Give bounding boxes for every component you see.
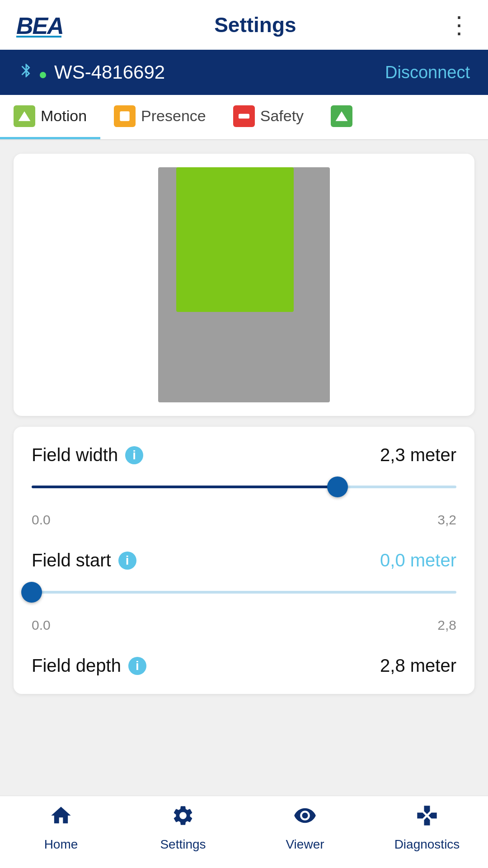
device-info: WS-4816692 (18, 61, 165, 83)
tab-motion[interactable]: Motion (0, 95, 100, 139)
field-width-row: Field width i 2,3 meter 0.0 3,2 (32, 445, 456, 528)
field-visualization (158, 167, 330, 402)
nav-viewer-label: Viewer (286, 837, 324, 852)
field-depth-label: Field depth (32, 656, 121, 676)
viewer-icon (293, 804, 317, 833)
tabs-bar: Motion Presence Safety (0, 95, 488, 140)
field-width-label-row: Field width i 2,3 meter (32, 445, 456, 465)
field-width-slider[interactable] (32, 473, 456, 500)
svg-marker-0 (19, 111, 31, 121)
nav-home[interactable]: Home (0, 804, 122, 852)
disconnect-button[interactable]: Disconnect (385, 63, 470, 82)
field-start-slider-labels: 0.0 2,8 (32, 618, 456, 633)
svg-rect-1 (120, 111, 129, 121)
field-start-slider[interactable] (32, 579, 456, 606)
field-start-row: Field start i 0,0 meter 0.0 2,8 (32, 550, 456, 633)
field-width-fill (32, 486, 338, 488)
device-name: WS-4816692 (54, 61, 165, 83)
diagnostics-icon (415, 804, 439, 833)
page-title: Settings (214, 13, 296, 37)
device-bar: WS-4816692 Disconnect (0, 50, 488, 95)
nav-viewer[interactable]: Viewer (244, 804, 366, 852)
field-width-min: 0.0 (32, 512, 51, 528)
more-menu-icon[interactable]: ⋮ (447, 11, 472, 38)
tab-presence-label: Presence (141, 107, 206, 125)
field-start-info-icon[interactable]: i (118, 552, 136, 570)
field-start-label-left: Field start i (32, 550, 136, 571)
field-depth-info-icon[interactable]: i (128, 657, 146, 675)
field-width-value: 2,3 meter (380, 445, 456, 465)
nav-diagnostics-label: Diagnostics (394, 837, 460, 852)
bottom-nav: Home Settings Viewer Diagnostics (0, 796, 488, 868)
field-start-label-row: Field start i 0,0 meter (32, 550, 456, 571)
bluetooth-icon (18, 62, 34, 83)
field-start-min: 0.0 (32, 618, 51, 633)
field-width-label-left: Field width i (32, 445, 143, 465)
extra-tab-icon (331, 105, 352, 127)
main-content: Field width i 2,3 meter 0.0 3,2 Field st (0, 140, 488, 796)
svg-rect-2 (239, 113, 249, 118)
field-depth-row: Field depth i 2,8 meter (32, 656, 456, 676)
field-width-label: Field width (32, 445, 118, 465)
field-depth-value: 2,8 meter (380, 656, 456, 676)
nav-home-label: Home (44, 837, 78, 852)
tab-safety-label: Safety (260, 107, 304, 125)
settings-card: Field width i 2,3 meter 0.0 3,2 Field st (14, 427, 474, 694)
field-depth-label-row: Field depth i 2,8 meter (32, 656, 456, 676)
field-width-max: 3,2 (437, 512, 456, 528)
field-width-slider-labels: 0.0 3,2 (32, 512, 456, 528)
bluetooth-connected-dot (40, 72, 46, 78)
field-visualization-card (14, 154, 474, 416)
logo-text: BEA (16, 12, 63, 39)
field-green-area (176, 167, 294, 312)
top-bar: BEA Settings ⋮ (0, 0, 488, 50)
motion-tab-icon (14, 105, 35, 127)
settings-icon (171, 804, 195, 833)
logo: BEA (16, 12, 63, 38)
nav-diagnostics[interactable]: Diagnostics (366, 804, 488, 852)
svg-marker-3 (336, 111, 348, 121)
presence-tab-icon (114, 105, 136, 127)
field-start-label: Field start (32, 550, 111, 571)
tab-extra[interactable] (317, 95, 366, 139)
field-width-info-icon[interactable]: i (125, 446, 143, 464)
tab-motion-label: Motion (41, 107, 87, 125)
home-icon (49, 804, 73, 833)
nav-settings-label: Settings (160, 837, 206, 852)
field-start-max: 2,8 (437, 618, 456, 633)
field-start-track (32, 591, 456, 594)
tab-presence[interactable]: Presence (100, 95, 220, 139)
field-width-thumb[interactable] (327, 476, 348, 497)
tab-safety[interactable]: Safety (220, 95, 317, 139)
safety-tab-icon (233, 105, 255, 127)
field-depth-label-left: Field depth i (32, 656, 146, 676)
nav-settings[interactable]: Settings (122, 804, 244, 852)
field-width-track (32, 486, 456, 488)
field-start-value: 0,0 meter (380, 550, 456, 571)
field-start-thumb[interactable] (21, 582, 42, 603)
